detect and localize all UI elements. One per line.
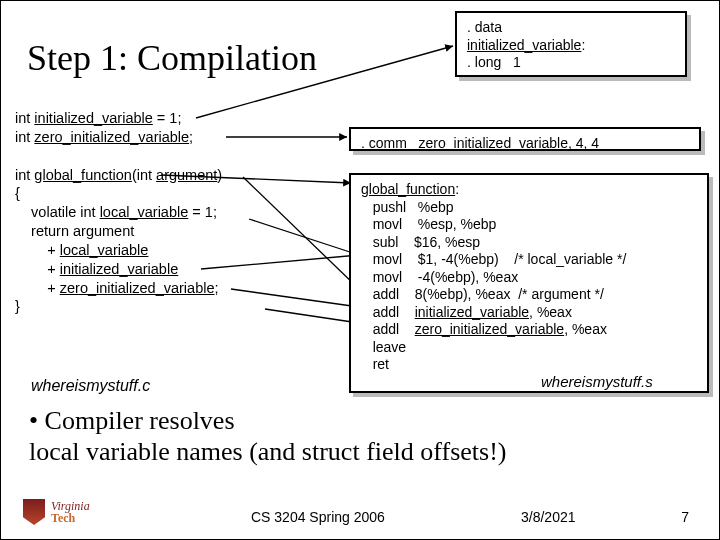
- c-line: int zero_initialized_variable;: [15, 128, 343, 147]
- asm-data-line: . long 1: [467, 54, 675, 72]
- asm-data-box: . data initialized_variable: . long 1: [455, 11, 687, 77]
- footer-course: CS 3204 Spring 2006: [251, 509, 385, 525]
- asm-func-box: global_function: pushl %ebp movl %esp, %…: [349, 173, 709, 393]
- c-source: int initialized_variable = 1; int zero_i…: [15, 109, 343, 316]
- comment: /* local_variable */: [514, 251, 626, 267]
- footer: CS 3204 Spring 2006 3/8/2021 7: [1, 497, 719, 527]
- sym: initialized_variable: [415, 304, 529, 320]
- c-line: volatile int local_variable = 1;: [15, 203, 343, 222]
- sym: zero_initialized_variable: [415, 321, 564, 337]
- asm-comm-line: . comm zero_initialized_variable, 4, 4: [361, 135, 689, 153]
- sym: global_function: [361, 181, 455, 197]
- c-line: + zero_initialized_variable;: [15, 279, 343, 298]
- text: addl: [361, 321, 415, 337]
- filename-s: whereismystuff.s: [541, 373, 653, 390]
- asm-line: movl %esp, %ebp: [361, 216, 697, 234]
- asm-data-line: . data: [467, 19, 675, 37]
- text: , %eax: [564, 321, 607, 337]
- text: movl $1, -4(%ebp): [361, 251, 514, 267]
- asm-line: movl $1, -4(%ebp) /* local_variable */: [361, 251, 697, 269]
- asm-comm-box: . comm zero_initialized_variable, 4, 4: [349, 127, 701, 151]
- footer-date: 3/8/2021: [521, 509, 576, 525]
- footer-page: 7: [681, 509, 689, 525]
- asm-line: movl -4(%ebp), %eax: [361, 269, 697, 287]
- asm-data-line: initialized_variable:: [467, 37, 675, 55]
- asm-line: addl zero_initialized_variable, %eax: [361, 321, 697, 339]
- c-line: int initialized_variable = 1;: [15, 109, 343, 128]
- slide-title: Step 1: Compilation: [27, 37, 317, 79]
- asm-line: global_function:: [361, 181, 697, 199]
- asm-line: addl initialized_variable, %eax: [361, 304, 697, 322]
- text: addl: [361, 304, 415, 320]
- text: , 4, 4: [568, 135, 599, 151]
- c-line: }: [15, 297, 343, 316]
- asm-line: addl 8(%ebp), %eax /* argument */: [361, 286, 697, 304]
- c-line: + local_variable: [15, 241, 343, 260]
- c-line: + initialized_variable: [15, 260, 343, 279]
- c-line: return argument: [15, 222, 343, 241]
- sym: initialized_variable: [467, 37, 581, 53]
- filename-c: whereismystuff.c: [31, 377, 150, 395]
- text: addl 8(%ebp), %eax: [361, 286, 518, 302]
- asm-line: leave: [361, 339, 697, 357]
- asm-line: ret: [361, 356, 697, 374]
- asm-line: subl $16, %esp: [361, 234, 697, 252]
- bullet-text: • Compiler resolves local variable names…: [29, 405, 506, 467]
- text: , %eax: [529, 304, 572, 320]
- text: . comm: [361, 135, 419, 151]
- c-line: {: [15, 184, 343, 203]
- text: :: [581, 37, 585, 53]
- c-line: int global_function(int argument): [15, 166, 343, 185]
- asm-line: pushl %ebp: [361, 199, 697, 217]
- sym: zero_initialized_variable: [419, 135, 568, 151]
- comment: /* argument */: [518, 286, 604, 302]
- c-line: [15, 147, 343, 166]
- text: :: [455, 181, 459, 197]
